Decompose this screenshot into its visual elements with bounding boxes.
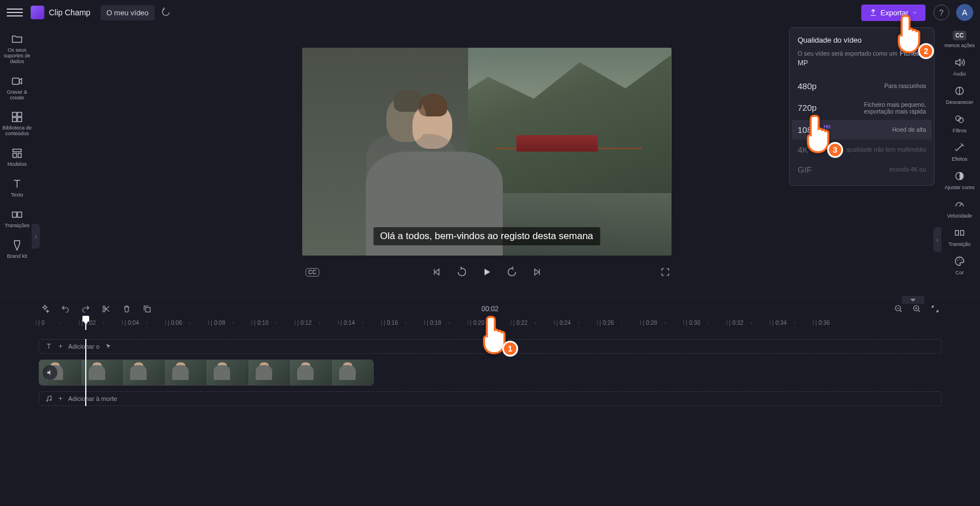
svg-rect-1 xyxy=(12,112,16,116)
sidebar-item-transition[interactable]: Transição xyxy=(948,227,970,247)
svg-point-18 xyxy=(961,260,962,261)
speed-icon xyxy=(953,198,966,211)
quality-option-720p[interactable]: 720pFicheiro mais pequeno, exportação ma… xyxy=(792,96,932,120)
video-clip[interactable] xyxy=(39,359,374,386)
menu-button[interactable] xyxy=(7,5,23,20)
timeline-area: 00:02 00:020:040:060:080:100:120:140:160… xyxy=(0,298,980,406)
delete-button[interactable] xyxy=(122,304,132,314)
palette-icon xyxy=(953,255,966,267)
sync-icon[interactable] xyxy=(160,7,172,18)
quality-option-480p[interactable]: 480pPara rascunhos xyxy=(792,76,932,96)
sidebar-item-effects[interactable]: Efeitos xyxy=(952,141,968,162)
sidebar-item-color[interactable]: Cor xyxy=(953,255,966,275)
sidebar-item-brandkit[interactable]: Brand kit xyxy=(1,235,33,264)
svg-rect-4 xyxy=(18,118,22,122)
chevron-down-icon xyxy=(912,10,918,15)
undo-button[interactable] xyxy=(60,304,70,314)
split-button[interactable] xyxy=(101,304,111,314)
clip-thumbnail xyxy=(123,360,165,385)
user-avatar[interactable]: A xyxy=(956,4,973,21)
ruler-tick: 0:24 xyxy=(557,320,570,326)
skip-start-button[interactable] xyxy=(431,266,443,278)
ruler-tick: 0:32 xyxy=(729,320,743,326)
effects-icon xyxy=(953,141,966,154)
export-quality-popover: Qualidade do vídeo O seu vídeo será expo… xyxy=(789,27,935,186)
rewind-button[interactable] xyxy=(456,266,468,278)
play-button[interactable] xyxy=(481,266,493,278)
video-canvas[interactable]: Olá a todos, bem-vindos ao registo desta… xyxy=(302,48,672,256)
sidebar-item-label: Brand kit xyxy=(7,254,27,260)
playhead-line[interactable] xyxy=(85,339,86,406)
sidebar-item-label: Texto xyxy=(11,193,23,198)
sidebar-item-fade[interactable]: Desvanecer xyxy=(946,85,973,105)
playhead-marker[interactable] xyxy=(85,320,86,330)
transitions-icon xyxy=(11,208,23,221)
speaker-icon xyxy=(953,56,966,69)
sidebar-item-audio[interactable]: Áudio xyxy=(953,56,966,77)
ruler-tick: 0 xyxy=(39,320,45,326)
sidebar-item-library[interactable]: Biblioteca de conteúdos xyxy=(1,106,33,141)
ruler-tick: 0:30 xyxy=(686,320,700,326)
ruler-tick: 0:34 xyxy=(773,320,786,326)
sidebar-item-label: Biblioteca de conteúdos xyxy=(2,126,32,137)
quality-option-gif: GIFeconds 4K ou xyxy=(792,160,932,179)
text-icon xyxy=(45,342,53,350)
project-title[interactable]: O meu vídeo xyxy=(101,5,154,20)
redo-button[interactable] xyxy=(81,304,91,314)
ruler-tick: 0:26 xyxy=(600,320,614,326)
sidebar-right: CC menos ações Áudio Desvanecer Filtros … xyxy=(939,25,980,298)
popover-subtitle: O seu vídeo será exportado como umFichei… xyxy=(798,49,926,68)
sidebar-item-label: Gravar & create xyxy=(2,90,32,101)
sidebar-item-label: Transições xyxy=(5,223,30,229)
export-button[interactable]: Exportar xyxy=(861,5,925,21)
ruler-tick: 0:16 xyxy=(384,320,398,326)
forward-button[interactable] xyxy=(506,266,518,278)
svg-rect-5 xyxy=(13,149,22,152)
help-button[interactable]: ? xyxy=(933,5,949,20)
ruler-tick: 0:04 xyxy=(125,320,139,326)
fullscreen-button[interactable] xyxy=(659,266,672,278)
sidebar-item-record[interactable]: Gravar & create xyxy=(1,70,33,106)
svg-rect-2 xyxy=(18,112,22,116)
sidebar-item-media[interactable]: Os seus suportes de dados xyxy=(1,28,33,69)
cc-icon: CC xyxy=(953,31,966,40)
clip-thumbnail xyxy=(332,360,374,385)
upload-icon xyxy=(869,9,877,16)
svg-rect-7 xyxy=(18,153,22,157)
quality-option-1080p[interactable]: 1080pHDHoed de alta xyxy=(792,120,932,140)
duplicate-button[interactable] xyxy=(142,304,152,314)
ruler-tick: 0:20 xyxy=(470,320,484,326)
skip-end-button[interactable] xyxy=(531,266,543,278)
fade-icon xyxy=(953,85,966,97)
brandkit-icon xyxy=(11,239,23,252)
subtitle-text: Olá a todos, bem-vindos ao registo desta… xyxy=(373,227,600,245)
magic-tool[interactable] xyxy=(40,304,50,314)
text-track[interactable]: + Adicionar o xyxy=(39,339,941,354)
svg-rect-9 xyxy=(18,212,22,217)
svg-point-16 xyxy=(957,260,958,261)
zoom-out-button[interactable] xyxy=(894,304,904,314)
timeline-ruler[interactable]: 00:020:040:060:080:100:120:140:160:180:2… xyxy=(39,320,941,333)
sidebar-item-templates[interactable]: Modelos xyxy=(1,143,33,172)
ruler-tick: 0:18 xyxy=(427,320,441,326)
video-track[interactable] xyxy=(39,358,941,387)
sidebar-item-adjustcolors[interactable]: Ajustar cores xyxy=(945,170,975,190)
topbar: Clip Champ O meu vídeo Exportar ? A xyxy=(0,0,980,25)
audio-track[interactable]: + Adicionar à morte xyxy=(39,391,941,406)
expand-right-button[interactable]: ‹ xyxy=(933,227,941,252)
sidebar-item-filters[interactable]: Filtros xyxy=(953,113,967,133)
sidebar-item-transitions[interactable]: Transições xyxy=(1,204,33,233)
mute-icon[interactable] xyxy=(43,365,57,380)
sidebar-item-speed[interactable]: Velocidade xyxy=(947,198,972,219)
app-logo xyxy=(31,6,44,19)
svg-rect-21 xyxy=(145,307,150,312)
captions-toggle[interactable]: CC xyxy=(306,268,319,277)
quality-option-4k: 4KUHDqualidade não tem multimédia xyxy=(792,140,932,160)
sidebar-item-text[interactable]: Texto xyxy=(1,173,33,203)
svg-point-17 xyxy=(959,258,960,260)
ruler-tick: 0:06 xyxy=(168,320,182,326)
add-icon: + xyxy=(59,395,62,403)
zoom-fit-button[interactable] xyxy=(930,304,940,314)
sidebar-item-captions[interactable]: CC menos ações xyxy=(944,31,975,48)
zoom-in-button[interactable] xyxy=(912,304,922,314)
